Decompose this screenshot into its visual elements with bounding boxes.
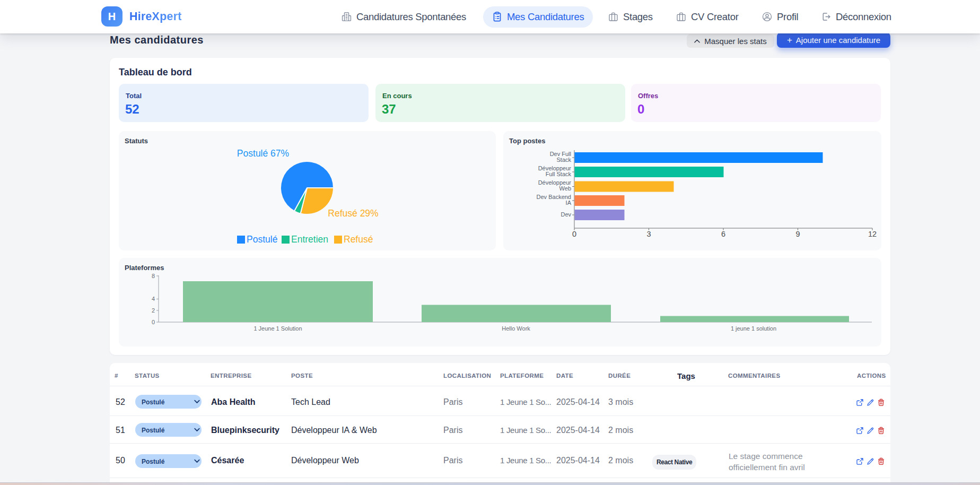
- svg-text:IA: IA: [566, 200, 572, 206]
- svg-text:Full Stack: Full Stack: [546, 171, 572, 177]
- svg-text:0: 0: [572, 230, 576, 238]
- svg-text:1 jeune 1 solution: 1 jeune 1 solution: [731, 325, 776, 332]
- svg-text:Entretien: Entretien: [291, 234, 328, 245]
- svg-text:1 Jeune 1 Solution: 1 Jeune 1 Solution: [253, 325, 302, 332]
- svg-text:2: 2: [152, 307, 155, 314]
- svg-text:12: 12: [868, 230, 877, 238]
- svg-text:8: 8: [152, 273, 155, 279]
- svg-text:0: 0: [152, 319, 155, 325]
- svg-text:9: 9: [795, 230, 800, 238]
- svg-text:Dev: Dev: [561, 211, 571, 218]
- svg-text:3: 3: [646, 230, 651, 238]
- svg-text:Hello Work: Hello Work: [502, 325, 530, 332]
- svg-text:6: 6: [721, 230, 725, 238]
- svg-text:Refusé: Refusé: [344, 234, 373, 245]
- svg-text:Web: Web: [559, 185, 571, 192]
- svg-text:Postulé: Postulé: [247, 234, 277, 245]
- svg-text:Refusé 29%: Refusé 29%: [328, 208, 378, 219]
- svg-text:Stack: Stack: [556, 157, 571, 163]
- svg-text:4: 4: [152, 296, 155, 302]
- svg-text:Postulé 67%: Postulé 67%: [237, 148, 289, 159]
